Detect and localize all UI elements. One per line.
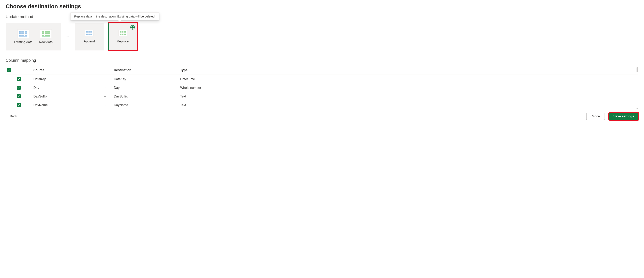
column-mapping-heading: Column mapping (6, 58, 638, 63)
save-settings-button[interactable]: Save settings (609, 113, 638, 120)
replace-tooltip: Replace data in the destination. Existin… (70, 12, 159, 20)
svg-rect-5 (42, 31, 50, 36)
table-row: DaySuffix→DaySuffixText (6, 92, 638, 101)
svg-rect-0 (19, 31, 27, 36)
destination-cell: Day (112, 83, 178, 92)
footer-bar: Back Cancel Save settings (6, 113, 638, 120)
arrow-right-icon: → (103, 103, 107, 107)
table-icon (118, 30, 127, 36)
table-row: DateKey→DateKeyDate/Time (6, 75, 638, 84)
new-data-label: New data (39, 40, 53, 44)
type-cell: Text (178, 92, 638, 101)
column-mapping-table: Source Destination Type DateKey→DateKeyD… (6, 66, 638, 109)
row-checkbox[interactable] (17, 94, 21, 98)
table-icon (85, 30, 94, 36)
svg-rect-10 (86, 31, 92, 35)
existing-data-block: Existing data (14, 29, 32, 44)
destination-cell: DateKey (112, 75, 178, 84)
radio-selected-icon (130, 25, 135, 29)
table-row: DayName→DayNameText (6, 101, 638, 109)
arrow-right-icon: → (66, 34, 70, 39)
scrollbar-thumb[interactable] (636, 67, 638, 72)
header-source: Source (32, 66, 98, 75)
type-cell: Whole number (178, 83, 638, 92)
column-mapping-panel: Source Destination Type DateKey→DateKeyD… (6, 66, 638, 109)
row-checkbox[interactable] (17, 77, 21, 81)
replace-label: Replace (117, 40, 129, 43)
back-button[interactable]: Back (6, 113, 21, 120)
table-row: Day→DayWhole number (6, 83, 638, 92)
destination-cell: DaySuffix (112, 92, 178, 101)
scrollbar-thumb[interactable] (636, 108, 638, 109)
page-title: Choose destination settings (6, 3, 638, 10)
append-option[interactable]: Append (75, 23, 104, 50)
table-icon (40, 29, 52, 38)
row-checkbox[interactable] (17, 86, 21, 90)
type-cell: Date/Time (178, 75, 638, 84)
row-checkbox[interactable] (17, 103, 21, 107)
source-cell: DateKey (32, 75, 98, 84)
append-label: Append (84, 40, 95, 43)
header-destination: Destination (112, 66, 178, 75)
arrow-right-icon: → (103, 85, 107, 90)
table-icon (18, 29, 29, 38)
replace-option[interactable]: Replace (108, 23, 137, 50)
type-cell: Text (178, 101, 638, 109)
existing-data-label: Existing data (14, 40, 32, 44)
arrow-right-icon: → (103, 77, 107, 81)
source-cell: DayName (32, 101, 98, 109)
cancel-button[interactable]: Cancel (586, 113, 605, 120)
destination-cell: DayName (112, 101, 178, 109)
update-method-row: Existing data New data → (6, 23, 638, 50)
new-data-block: New data (39, 29, 53, 44)
data-sources-panel: Existing data New data (6, 23, 61, 50)
source-cell: DaySuffix (32, 92, 98, 101)
source-cell: Day (32, 83, 98, 92)
svg-rect-15 (120, 31, 126, 35)
arrow-right-icon: → (103, 94, 107, 98)
header-type: Type (178, 66, 638, 75)
select-all-checkbox[interactable] (7, 68, 11, 72)
